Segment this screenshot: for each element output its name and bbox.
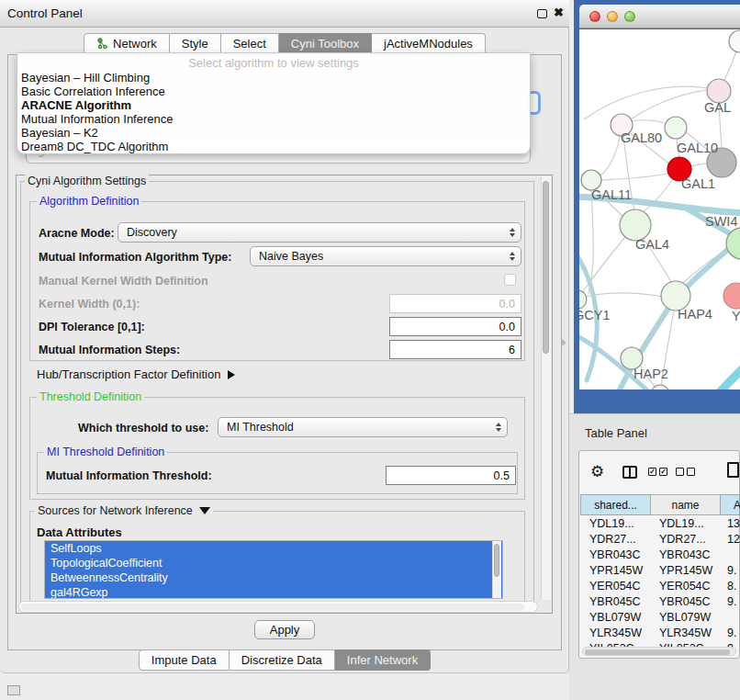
node-label: GAL80 — [621, 130, 662, 145]
mi-steps-field[interactable]: 6 — [389, 340, 521, 359]
mi-type-combo[interactable]: Naive Bayes — [250, 246, 521, 266]
tab-discretize-data[interactable]: Discretize Data — [230, 649, 335, 671]
apply-button[interactable]: Apply — [254, 620, 315, 639]
tab-network[interactable]: Network — [84, 33, 170, 54]
minimize-traffic-light-icon[interactable] — [607, 11, 618, 22]
attribute-item-selected[interactable]: BetweennessCentrality — [45, 570, 502, 585]
algorithm-option[interactable]: Mutual Information Inference — [21, 113, 526, 127]
node-label: GAL — [704, 100, 731, 115]
table-row[interactable]: YPR145WYPR145W9. — [580, 564, 740, 580]
cell: YLR345W — [589, 627, 642, 639]
tab-style[interactable]: Style — [170, 33, 221, 54]
node-label: GAL4 — [635, 237, 669, 252]
algorithm-option[interactable]: Bayesian – Hill Climbing — [21, 72, 526, 85]
mi-threshold-group-title: MI Threshold Definition — [44, 446, 167, 458]
cell: 13 — [727, 517, 740, 530]
mi-threshold-label: Mutual Information Threshold: — [46, 469, 212, 482]
attribute-item-selected[interactable]: TopologicalCoefficient — [45, 556, 502, 570]
edge — [631, 90, 708, 119]
algorithm-option[interactable]: Basic Correlation Inference — [21, 85, 526, 99]
node[interactable] — [579, 290, 587, 309]
document-icon[interactable] — [727, 462, 739, 478]
node-label: GAL11 — [591, 187, 632, 202]
tab-jactivemnodules-label: jActiveMNodules — [384, 37, 473, 51]
scrollbar-thumb[interactable] — [543, 181, 549, 354]
column-header-name[interactable]: name — [650, 494, 721, 515]
tab-network-label: Network — [113, 37, 157, 51]
kernel-width-label: Kernel Width (0,1): — [39, 298, 140, 310]
network-canvas[interactable]: GAL GAL80 GAL10 GAL1 GAL11 SWI4 GAL4 GCY… — [579, 29, 740, 390]
cell: YPR145W — [659, 564, 712, 577]
table-row[interactable]: YBR045CYBR045C9. — [580, 595, 740, 611]
float-window-icon[interactable] — [537, 9, 547, 18]
tab-jactivemnodules[interactable]: jActiveMNodules — [372, 33, 486, 54]
edge — [691, 164, 707, 166]
show-columns-icon[interactable] — [622, 466, 637, 479]
sources-toggle[interactable]: Sources for Network Inference — [35, 504, 213, 517]
overview-grip-icon[interactable] — [7, 685, 20, 695]
hub-definition-toggle[interactable]: Hub/Transcription Factor Definition — [37, 367, 235, 381]
edge — [601, 174, 668, 180]
which-threshold-combo[interactable]: MI Threshold — [218, 417, 508, 437]
select-all-checkbox-icon[interactable]: ✓ — [659, 468, 667, 476]
node[interactable] — [729, 30, 740, 52]
edge — [631, 120, 667, 125]
scrollbar-thumb[interactable] — [21, 604, 524, 611]
tab-style-label: Style — [182, 37, 208, 51]
cell: YPR145W — [589, 564, 643, 577]
tab-cyni-toolbox[interactable]: Cyni Toolbox — [279, 33, 372, 54]
which-threshold-label: Which threshold to use: — [78, 422, 208, 435]
network-window-titlebar[interactable] — [579, 5, 740, 28]
tab-impute-data[interactable]: Impute Data — [139, 649, 230, 671]
table-row[interactable]: YDR27...YDR27...12 — [580, 533, 740, 548]
hub-definition-label: Hub/Transcription Factor Definition — [37, 367, 220, 381]
bottom-tab-bar: Impute Data Discretize Data Infer Networ… — [0, 649, 569, 671]
column-header-partial[interactable]: A — [720, 494, 740, 515]
cell: 9. — [727, 564, 736, 577]
table-settings-gear-icon[interactable]: ⚙ — [590, 462, 604, 481]
node[interactable] — [723, 283, 740, 309]
attributes-list-scrollbar[interactable] — [492, 541, 501, 598]
mi-threshold-field[interactable]: 0.5 — [386, 466, 516, 485]
tab-select[interactable]: Select — [221, 33, 279, 54]
table-horizontal-scrollbar[interactable] — [582, 647, 736, 656]
tab-impute-data-label: Impute Data — [151, 653, 217, 667]
attribute-item-selected[interactable]: gal4RGexp — [45, 585, 502, 599]
close-traffic-light-icon[interactable] — [589, 11, 600, 22]
aracne-mode-label: Aracne Mode: — [39, 227, 115, 240]
splitter-arrow-icon[interactable] — [562, 339, 566, 346]
node-label: Y — [732, 309, 740, 323]
cell: YBR045C — [589, 595, 641, 608]
algorithm-option-selected[interactable]: ARACNE Algorithm — [21, 99, 526, 113]
kernel-width-field: 0.0 — [389, 294, 521, 313]
settings-horizontal-scrollbar[interactable] — [18, 601, 538, 613]
select-all-checkbox-icon[interactable]: ✓ — [648, 468, 656, 476]
collapsed-arrow-icon — [228, 370, 235, 379]
table-row[interactable]: YBR043CYBR043C — [580, 548, 740, 564]
zoom-traffic-light-icon[interactable] — [624, 11, 635, 22]
table-row[interactable]: YLR345WYLR345W9. — [580, 627, 740, 642]
table-row[interactable]: YER054CYER054C8. — [580, 580, 740, 595]
cell: YER054C — [589, 580, 641, 593]
cyni-algorithm-settings-title: Cyni Algorithm Settings — [25, 175, 149, 187]
settings-vertical-scrollbar[interactable] — [541, 176, 551, 600]
tab-infer-network[interactable]: Infer Network — [335, 649, 431, 671]
deselect-all-checkbox-icon[interactable] — [687, 468, 695, 476]
column-header-shared-name[interactable]: shared... — [580, 494, 651, 515]
tab-cyni-toolbox-label: Cyni Toolbox — [291, 37, 359, 51]
scrollbar-thumb[interactable] — [585, 649, 730, 655]
attribute-item-selected[interactable]: SelfLoops — [45, 541, 502, 556]
cell: YDR27... — [659, 533, 706, 546]
close-icon[interactable]: ✖ — [554, 6, 564, 19]
algorithm-option[interactable]: Dream8 DC_TDC Algorithm — [21, 141, 526, 154]
table-row[interactable]: YDL19...YDL19...13 — [580, 517, 740, 533]
node[interactable] — [620, 209, 651, 241]
manual-kernel-checkbox[interactable] — [504, 274, 516, 286]
deselect-all-checkbox-icon[interactable] — [676, 468, 684, 476]
node[interactable] — [665, 117, 687, 139]
algorithm-option[interactable]: Bayesian – K2 — [21, 127, 526, 141]
aracne-mode-combo[interactable]: Discovery — [118, 222, 521, 243]
dpi-tolerance-field[interactable]: 0.0 — [389, 317, 521, 336]
table-row[interactable]: YBL079WYBL079W — [580, 611, 740, 627]
scrollbar-thumb[interactable] — [494, 544, 499, 577]
